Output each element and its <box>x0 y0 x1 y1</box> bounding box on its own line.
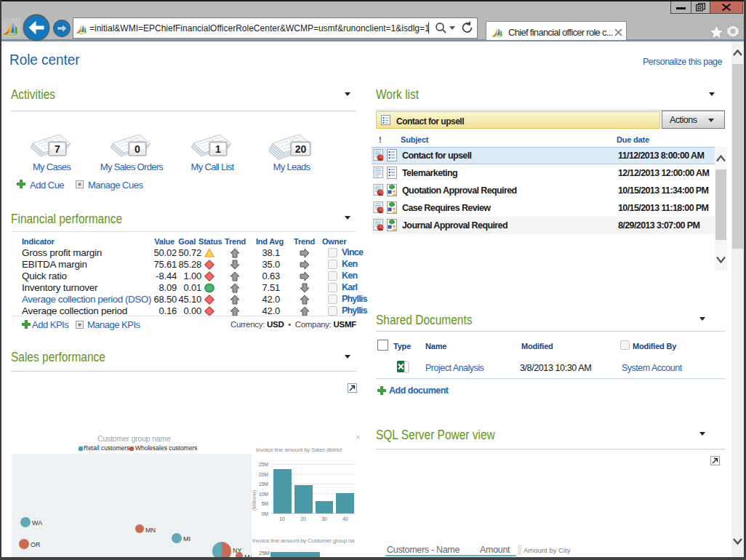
svg-text:40: 40 <box>342 516 348 521</box>
svg-text:7: 7 <box>55 143 60 155</box>
svg-text:(Millions): (Millions) <box>252 490 257 511</box>
svg-text:25M: 25M <box>259 462 269 467</box>
svg-text:0: 0 <box>135 143 140 155</box>
svg-text:20: 20 <box>300 516 306 521</box>
svg-text:MN: MN <box>145 527 156 534</box>
svg-text:0M: 0M <box>262 511 269 516</box>
svg-text:MI: MI <box>183 535 190 543</box>
svg-text:15M: 15M <box>259 481 269 487</box>
svg-text:1: 1 <box>215 143 221 155</box>
svg-text:5M: 5M <box>262 501 269 506</box>
svg-text:10: 10 <box>279 516 285 521</box>
svg-text:MA: MA <box>244 553 252 557</box>
svg-text:10M: 10M <box>259 492 269 497</box>
svg-text:WA: WA <box>32 519 42 527</box>
svg-text:20M: 20M <box>259 472 269 477</box>
svg-text:OR: OR <box>31 541 41 548</box>
svg-text:20: 20 <box>295 143 307 155</box>
svg-text:30: 30 <box>321 516 327 521</box>
